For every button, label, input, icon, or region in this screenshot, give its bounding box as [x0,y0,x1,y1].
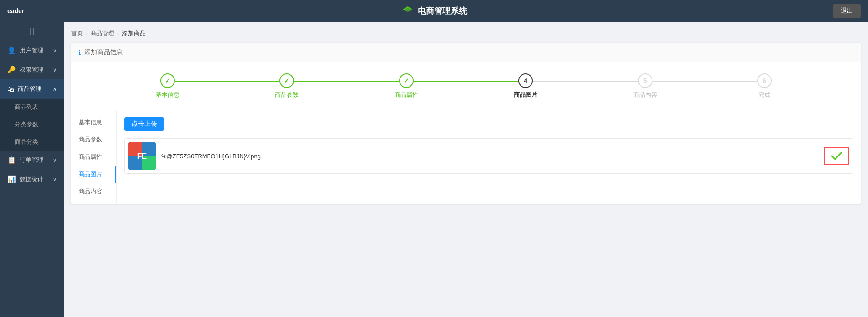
left-nav-goods-params[interactable]: 商品参数 [71,131,116,148]
card-header-title: 添加商品信息 [84,48,123,57]
checkmark-icon [831,152,842,160]
breadcrumb-goods[interactable]: 商品管理 [90,29,114,37]
step-label-3: 商品属性 [395,91,418,99]
chevron-up-icon: ∧ [53,86,57,92]
upload-button[interactable]: 点击上传 [124,117,164,131]
sidebar-item-order[interactable]: 📋 订单管理 ∨ [0,151,64,170]
step-goods-params: ✓ 商品参数 [227,73,347,99]
step-label-6: 完成 [758,91,770,99]
sidebar-item-user[interactable]: 👤 用户管理 ∨ [0,41,64,60]
step-goods-images: 4 商品图片 [466,73,586,99]
info-icon: ℹ [79,49,81,56]
step-circle-3: ✓ [399,73,414,88]
stepper: ✓ 基本信息 ✓ 商品参数 ✓ 商品属性 4 [71,62,861,110]
breadcrumb: 首页 › 商品管理 › 添加商品 [71,29,861,37]
chevron-down-icon: ∨ [53,67,57,73]
main-content: 首页 › 商品管理 › 添加商品 ℹ 添加商品信息 ✓ 基本信息 [64,22,868,317]
sidebar-item-permission[interactable]: 🔑 权限管理 ∨ [0,60,64,79]
header: eader 电商管理系统 退出 [0,0,868,22]
step-goods-content: 5 商品内容 [585,73,705,99]
step-label-4: 商品图片 [514,91,537,99]
header-title: 电商管理系统 [401,5,467,17]
layout: ||| 👤 用户管理 ∨ 🔑 权限管理 ∨ 🛍 商品管理 ∧ 商品列表 分类参数… [0,22,868,317]
sidebar-item-goods[interactable]: 🛍 商品管理 ∧ [0,79,64,99]
step-circle-6: 6 [757,73,772,88]
step-basic-info: ✓ 基本信息 [108,73,227,99]
step-circle-2: ✓ [279,73,294,88]
upload-area: 点击上传 FE %@ZE5ZS [117,110,861,204]
step-label-1: 基本信息 [156,91,179,99]
sidebar-item-stats[interactable]: 📊 数据统计 ∨ [0,170,64,189]
sidebar-label-stats: 数据统计 [20,175,43,183]
key-icon: 🔑 [7,66,16,74]
file-action-button[interactable] [824,147,849,165]
step-circle-5: 5 [638,73,652,88]
sidebar-item-goods-category[interactable]: 商品分类 [0,133,64,151]
left-nav-basic-info[interactable]: 基本信息 [71,114,116,131]
brand-name: eader [7,7,24,15]
step-goods-attrs: ✓ 商品属性 [347,73,466,99]
step-circle-1: ✓ [160,73,175,88]
user-icon: 👤 [7,47,16,55]
system-title: 电商管理系统 [418,5,467,16]
left-nav-goods-attrs[interactable]: 商品属性 [71,148,116,166]
exit-button[interactable]: 退出 [833,4,861,18]
left-nav: 基本信息 商品参数 商品属性 商品图片 商品内容 [71,110,117,204]
file-thumb-svg: FE [128,142,156,170]
sidebar-item-category-params[interactable]: 分类参数 [0,116,64,133]
breadcrumb-current: 添加商品 [122,29,146,37]
step-label-5: 商品内容 [633,91,657,99]
svg-text:FE: FE [137,152,147,160]
breadcrumb-sep-1: › [86,30,88,37]
chevron-down-icon: ∨ [53,157,57,163]
sidebar-collapse-button[interactable]: ||| [0,22,64,41]
order-icon: 📋 [7,156,16,164]
add-goods-card: ℹ 添加商品信息 ✓ 基本信息 ✓ 商品参数 [71,43,861,204]
left-nav-goods-images[interactable]: 商品图片 [71,166,116,183]
content-area: 基本信息 商品参数 商品属性 商品图片 商品内容 点击上传 [71,110,861,204]
left-nav-goods-content[interactable]: 商品内容 [71,183,116,200]
goods-icon: 🛍 [7,85,14,93]
step-complete: 6 完成 [705,73,825,99]
logo-icon [401,5,414,17]
breadcrumb-sep-2: › [117,30,119,37]
goods-submenu: 商品列表 分类参数 商品分类 [0,99,64,151]
sidebar-item-goods-list[interactable]: 商品列表 [0,99,64,116]
sidebar-label-order: 订单管理 [20,156,43,164]
sidebar-label-goods: 商品管理 [18,85,42,93]
file-list-item: FE %@ZE5ZS0TRMFO1H]GLBJN}V.png [124,138,853,174]
chevron-down-icon: ∨ [53,48,57,54]
breadcrumb-home[interactable]: 首页 [71,29,83,37]
sidebar-label-user: 用户管理 [20,47,43,55]
step-circle-4: 4 [518,73,533,88]
chevron-down-icon: ∨ [53,177,57,182]
stats-icon: 📊 [7,175,16,183]
sidebar: ||| 👤 用户管理 ∨ 🔑 权限管理 ∨ 🛍 商品管理 ∧ 商品列表 分类参数… [0,22,64,317]
file-thumbnail: FE [128,142,156,170]
sidebar-label-permission: 权限管理 [20,66,43,74]
file-name: %@ZE5ZS0TRMFO1H]GLBJN}V.png [161,153,818,160]
card-header: ℹ 添加商品信息 [71,43,861,62]
step-label-2: 商品参数 [275,91,299,99]
